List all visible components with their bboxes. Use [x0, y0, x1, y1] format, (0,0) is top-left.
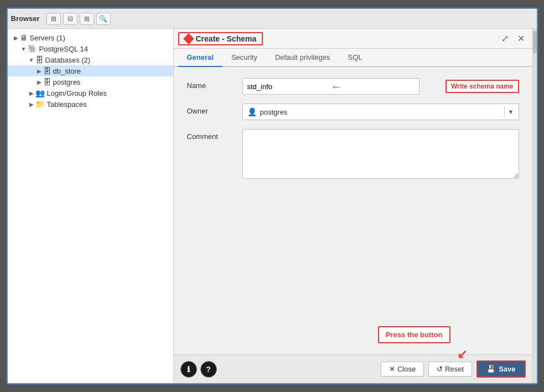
scroll-thumb[interactable] — [533, 31, 537, 53]
tree-arrow-servers: ▶ — [12, 35, 20, 41]
action-left-buttons: ℹ ? — [180, 361, 217, 378]
close-label: Close — [397, 365, 416, 373]
chevron-down-icon[interactable]: ▼ — [508, 109, 514, 115]
tree-label-postgres-db: postgres — [53, 78, 81, 86]
tree-item-db-store[interactable]: ▶ 🗄 db_store — [8, 65, 173, 76]
user-icon: 👤 — [247, 107, 257, 116]
name-callout: Write schema name — [445, 80, 519, 93]
expand-button[interactable]: ⤢ — [498, 32, 512, 45]
tree-label-tablespaces: Tablespaces — [47, 100, 87, 109]
tab-default-privileges[interactable]: Default privileges — [266, 49, 339, 67]
close-button[interactable]: ✕ Close — [381, 362, 424, 376]
browser-title: Browser — [11, 14, 40, 23]
close-x-icon: ✕ — [389, 365, 395, 373]
help-button[interactable]: ? — [200, 361, 217, 378]
dialog-title: Create - Schema — [196, 34, 257, 43]
filter-icon[interactable]: ⊞ — [80, 13, 94, 25]
action-right-buttons: ✕ Close ↺ Reset 💾 Save — [381, 360, 526, 378]
search-icon[interactable]: 🔍 — [96, 13, 111, 25]
right-scrollbar[interactable] — [532, 29, 537, 383]
tree-item-tablespaces[interactable]: ▶ 📁 Tablespaces — [8, 99, 173, 110]
tree-item-postgres-db[interactable]: ▶ 🗄 postgres — [8, 76, 173, 87]
tab-general[interactable]: General — [178, 49, 222, 67]
table-view-icon[interactable]: ⊟ — [63, 13, 77, 25]
tree-item-postgresql[interactable]: ▼ 🐘 PostgreSQL 14 — [8, 43, 173, 54]
owner-value: postgres — [260, 108, 501, 116]
tree-arrow-postgres-db: ▶ — [35, 79, 43, 85]
comment-control — [242, 129, 519, 180]
postgresql-icon: 🐘 — [28, 44, 37, 53]
owner-control: 👤 postgres ▼ — [242, 104, 519, 120]
save-button[interactable]: 💾 Save — [476, 360, 525, 378]
tree-arrow-databases: ▼ — [28, 57, 35, 63]
tree-label-databases: Databases (2) — [45, 56, 91, 64]
dialog-panel: Create - Schema ⤢ ✕ General Security Def… — [174, 29, 532, 383]
tabs-bar: General Security Default privileges SQL — [174, 49, 532, 67]
tree-label-servers: Servers (1) — [30, 34, 65, 42]
postgres-db-icon: 🗄 — [43, 78, 51, 86]
comment-row: Comment — [187, 129, 519, 180]
close-x-button[interactable]: ✕ — [514, 32, 528, 45]
tree-item-servers[interactable]: ▶ 🖥 Servers (1) — [8, 32, 173, 43]
tab-security[interactable]: Security — [222, 49, 266, 67]
servers-icon: 🖥 — [20, 33, 28, 42]
reset-icon: ↺ — [437, 365, 443, 373]
tree-label-postgresql: PostgreSQL 14 — [39, 45, 88, 53]
action-bar: Press the button ↙ ℹ ? ✕ Close ↺ Reset — [174, 354, 532, 383]
name-row: Name ← Write schema name — [187, 78, 519, 95]
owner-select[interactable]: 👤 postgres ▼ — [242, 104, 519, 120]
databases-icon: 🗄 — [35, 55, 43, 64]
owner-label: Owner — [187, 104, 242, 115]
tree-label-login-roles: Login/Group Roles — [47, 89, 107, 97]
sidebar-tree: ▶ 🖥 Servers (1) ▼ 🐘 PostgreSQL 14 ▼ 🗄 Da… — [8, 29, 174, 383]
tree-arrow-postgresql: ▼ — [20, 46, 28, 52]
name-label: Name — [187, 78, 242, 90]
tree-item-databases[interactable]: ▼ 🗄 Databases (2) — [8, 54, 173, 65]
save-icon: 💾 — [486, 365, 495, 373]
comment-label: Comment — [187, 129, 242, 141]
tree-arrow-tablespaces: ▶ — [28, 101, 35, 107]
db-store-icon: 🗄 — [43, 66, 51, 75]
browser-bar: Browser ⊞ ⊟ ⊞ 🔍 — [8, 9, 537, 29]
main-content: ▶ 🖥 Servers (1) ▼ 🐘 PostgreSQL 14 ▼ 🗄 Da… — [8, 29, 537, 383]
info-button[interactable]: ℹ — [180, 361, 197, 378]
reset-label: Reset — [445, 365, 464, 373]
press-arrow-icon: ↙ — [457, 347, 467, 362]
tab-sql[interactable]: SQL — [339, 49, 371, 67]
press-button-annotation: Press the button — [378, 326, 450, 343]
name-control: ← Write schema name — [242, 78, 519, 95]
main-window: Browser ⊞ ⊟ ⊞ 🔍 ▶ 🖥 Servers (1) ▼ 🐘 Post… — [7, 8, 538, 384]
select-divider — [504, 106, 505, 117]
name-arrow: ← — [331, 80, 342, 93]
tree-arrow-db-store: ▶ — [35, 68, 43, 74]
tree-item-login-roles[interactable]: ▶ 👥 Login/Group Roles — [8, 87, 173, 99]
dialog-title-box: Create - Schema — [178, 32, 263, 45]
tree-label-db-store: db_store — [53, 67, 81, 75]
diamond-icon — [183, 33, 194, 44]
grid-view-icon[interactable]: ⊞ — [46, 13, 61, 25]
comment-input[interactable] — [242, 129, 519, 179]
tablespaces-icon: 📁 — [35, 100, 45, 109]
dialog-header: Create - Schema ⤢ ✕ — [174, 29, 532, 49]
form-area: Name ← Write schema name Owner 👤 post — [174, 67, 532, 354]
save-label: Save — [499, 365, 515, 373]
reset-button[interactable]: ↺ Reset — [428, 362, 472, 376]
tree-arrow-login-roles: ▶ — [28, 90, 35, 96]
owner-row: Owner 👤 postgres ▼ — [187, 104, 519, 120]
login-roles-icon: 👥 — [35, 89, 45, 97]
